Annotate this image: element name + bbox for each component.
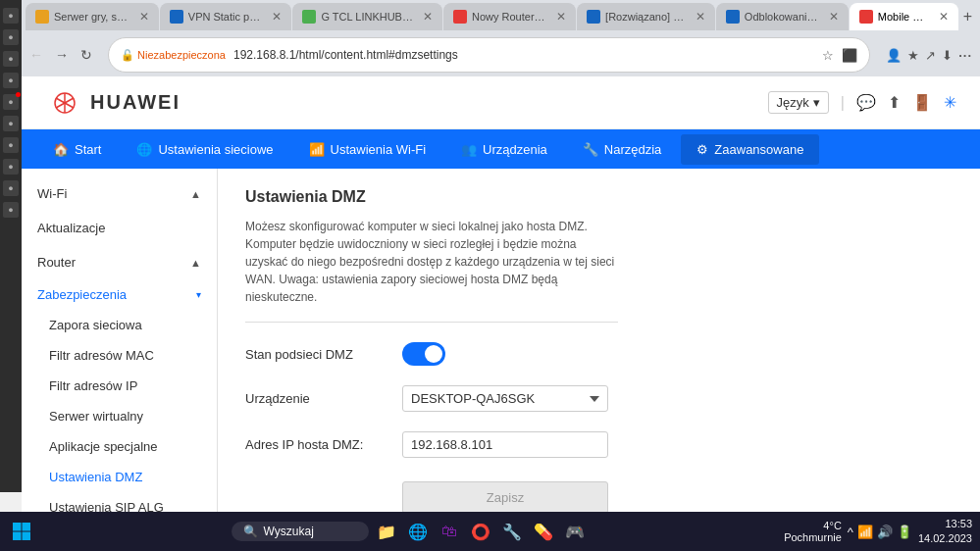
new-tab-button[interactable]: + xyxy=(959,5,976,28)
tab-label-3: G TCL LINKHUB Cat6. Hom... xyxy=(321,11,414,23)
start-button[interactable] xyxy=(8,518,35,545)
tab-close-7[interactable]: ✕ xyxy=(939,10,949,24)
taskbar-left xyxy=(8,518,35,545)
sidebar-router-label: Router xyxy=(37,255,76,270)
device-select[interactable]: DESKTOP-QAJ6SGK xyxy=(402,385,608,412)
host-ip-input-container xyxy=(402,431,618,458)
taskbar-store[interactable]: 🛍 xyxy=(436,518,463,545)
tab-favicon-4 xyxy=(453,10,467,24)
sidebar-mac-label: Filtr adresów MAC xyxy=(49,348,154,363)
nav-advanced[interactable]: ⚙ Zaawansowane xyxy=(681,134,819,165)
tab-1[interactable]: Serwer gry, serwer głos... ✕ xyxy=(26,3,159,30)
app-icon-2[interactable]: ● xyxy=(3,29,19,45)
taskbar-settings[interactable]: 🔧 xyxy=(498,518,526,545)
download-icon[interactable]: ⬇ xyxy=(942,48,953,63)
app-icon-4[interactable]: ● xyxy=(3,73,19,88)
volume-icon[interactable]: 🔊 xyxy=(877,525,893,539)
security-expand-icon: ▾ xyxy=(196,289,201,300)
messages-icon[interactable]: 💬 xyxy=(856,93,876,112)
app-icon-5[interactable]: ● xyxy=(3,94,19,110)
devices-icon: 👥 xyxy=(461,142,477,157)
weather-desc: Pochmurnie xyxy=(784,531,842,543)
app-icon-1[interactable]: ● xyxy=(3,8,19,24)
taskbar-pin3[interactable]: 🎮 xyxy=(561,518,589,545)
sidebar-section-router[interactable]: Router ▲ xyxy=(22,245,217,279)
taskbar-file-explorer[interactable]: 📁 xyxy=(373,518,400,545)
extension-icon[interactable]: ⬛ xyxy=(842,48,857,63)
sidebar-section-updates[interactable]: Aktualizacje xyxy=(22,211,217,245)
tab-7[interactable]: Mobile Broadband ✕ xyxy=(850,3,958,30)
search-box[interactable]: 🔍 Wyszukaj xyxy=(232,522,369,541)
address-bar[interactable]: 🔓 Niezabezpieczona ☆ ⬛ xyxy=(108,37,870,73)
app-icon-8[interactable]: ● xyxy=(3,159,19,175)
app-icon-10[interactable]: ● xyxy=(3,202,19,218)
more-icon[interactable]: ··· xyxy=(958,48,972,63)
tab-close-3[interactable]: ✕ xyxy=(423,10,433,24)
refresh-button[interactable]: ↻ xyxy=(77,45,96,65)
forward-button[interactable]: → xyxy=(51,45,73,65)
tab-4[interactable]: Nowy Router B535 836... ✕ xyxy=(443,3,576,30)
nav-tools[interactable]: 🔧 Narzędzia xyxy=(567,134,678,165)
device-select-container: DESKTOP-QAJ6SGK xyxy=(402,385,618,412)
save-button[interactable]: Zapisz xyxy=(402,481,608,514)
url-input[interactable] xyxy=(233,48,814,62)
user-icon[interactable]: 👤 xyxy=(886,48,902,63)
sidebar-item-virtual-server[interactable]: Serwer wirtualny xyxy=(22,401,217,431)
taskbar-pin1[interactable]: ⭕ xyxy=(467,518,494,545)
tab-close-2[interactable]: ✕ xyxy=(272,10,282,24)
sidebar-item-mac-filter[interactable]: Filtr adresów MAC xyxy=(22,340,217,371)
signout-icon[interactable]: 🚪 xyxy=(912,93,932,112)
huawei-logo-svg xyxy=(45,87,84,119)
tab-close-4[interactable]: ✕ xyxy=(556,10,566,24)
nav-wifi[interactable]: 📶 Ustawienia Wi-Fi xyxy=(293,134,442,165)
star-icon[interactable]: ★ xyxy=(907,48,919,63)
tray-arrow-icon[interactable]: ^ xyxy=(848,525,853,539)
home-icon: 🏠 xyxy=(53,142,69,157)
nav-wifi-label: Ustawienia Wi-Fi xyxy=(331,142,427,157)
nav-devices-label: Urządzenia xyxy=(483,142,547,157)
host-ip-input[interactable] xyxy=(402,431,608,458)
app-icon-9[interactable]: ● xyxy=(3,180,19,196)
nav-network[interactable]: 🌐 Ustawienia sieciowe xyxy=(121,134,288,165)
app-icon-6[interactable]: ● xyxy=(3,116,19,131)
sidebar-item-special-apps[interactable]: Aplikacje specjalne xyxy=(22,431,217,462)
nav-start[interactable]: 🏠 Start xyxy=(37,134,117,165)
nav-devices[interactable]: 👥 Urządzenia xyxy=(445,134,563,165)
tab-close-5[interactable]: ✕ xyxy=(696,10,705,24)
back-button[interactable]: ← xyxy=(26,45,47,65)
sidebar-item-dmz[interactable]: Ustawienia DMZ xyxy=(22,462,217,492)
tab-5[interactable]: [Rozwiązano] Otwieranie... ✕ xyxy=(577,3,715,30)
tab-label-4: Nowy Router B535 836... xyxy=(472,11,547,23)
upload-icon[interactable]: ⬆ xyxy=(888,93,901,112)
svg-rect-6 xyxy=(13,532,22,541)
app-icon-3[interactable]: ● xyxy=(3,51,19,67)
bookmark-icon[interactable]: ☆ xyxy=(822,48,834,63)
battery-icon[interactable]: 🔋 xyxy=(897,525,912,539)
tab-close-6[interactable]: ✕ xyxy=(829,10,839,24)
dmz-toggle[interactable] xyxy=(402,342,445,366)
tab-2[interactable]: VPN Static porty – Stro... ✕ xyxy=(160,3,292,30)
content-description: Możesz skonfigurować komputer w sieci lo… xyxy=(245,218,618,323)
header-divider: | xyxy=(841,94,845,112)
language-button[interactable]: Język ▾ xyxy=(768,91,829,114)
sidebar-item-security[interactable]: Zabezpieczenia ▾ xyxy=(22,279,217,310)
clock[interactable]: 13:53 14.02.2023 xyxy=(918,517,972,547)
address-bar-icons: ☆ ⬛ xyxy=(822,48,857,63)
app-icon-7[interactable]: ● xyxy=(3,137,19,153)
tab-3[interactable]: G TCL LINKHUB Cat6. Hom... ✕ xyxy=(292,3,442,30)
sidebar-item-ip-filter[interactable]: Filtr adresów IP xyxy=(22,371,217,401)
sidebar-item-firewall[interactable]: Zapora sieciowa xyxy=(22,310,217,340)
huawei-logo: HUAWEI xyxy=(45,87,181,119)
tab-6[interactable]: Odblokowanie portów v... ✕ xyxy=(716,3,849,30)
taskbar-pin2[interactable]: 💊 xyxy=(530,518,557,545)
lang-chevron-icon: ▾ xyxy=(813,95,820,110)
search-icon: 🔍 xyxy=(243,525,258,538)
taskbar-edge[interactable]: 🌐 xyxy=(404,518,432,545)
dmz-status-row: Stan podsieci DMZ xyxy=(245,342,953,366)
tab-favicon-2 xyxy=(170,10,183,24)
tab-close-1[interactable]: ✕ xyxy=(139,10,149,24)
share-icon[interactable]: ↗ xyxy=(925,48,936,63)
nav-advanced-label: Zaawansowane xyxy=(714,142,803,157)
sidebar-section-wifi[interactable]: Wi-Fi ▲ xyxy=(22,176,217,211)
network-tray-icon[interactable]: 📶 xyxy=(857,525,873,539)
